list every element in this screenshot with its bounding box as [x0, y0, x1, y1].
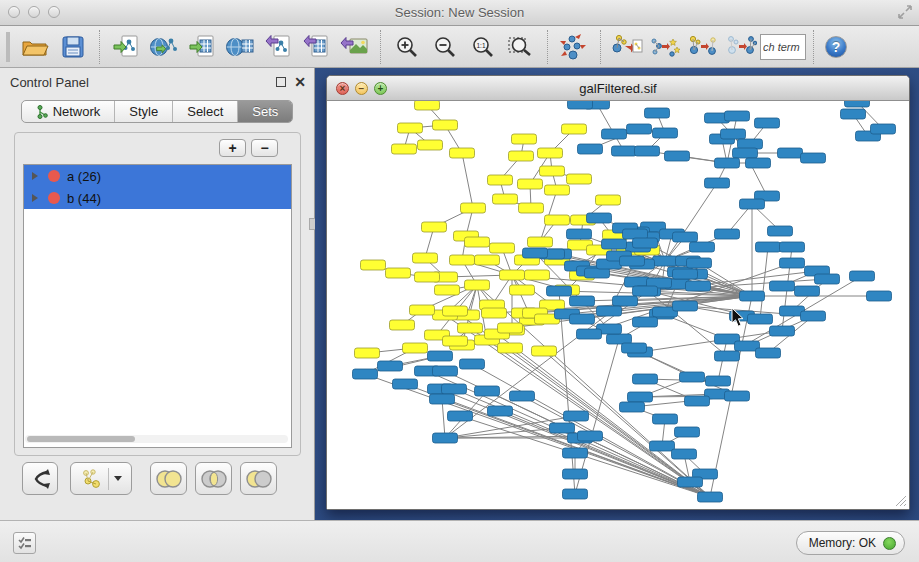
- graph-node-yellow[interactable]: [498, 343, 523, 353]
- graph-node-yellow[interactable]: [488, 175, 513, 185]
- graph-node-blue[interactable]: [430, 394, 455, 404]
- graph-node-blue[interactable]: [733, 148, 758, 158]
- graph-node-blue[interactable]: [867, 291, 892, 301]
- graph-node-blue[interactable]: [585, 268, 610, 278]
- graph-node-blue[interactable]: [690, 242, 715, 252]
- fullscreen-icon[interactable]: [897, 4, 913, 20]
- dropdown-caret-icon[interactable]: [114, 476, 122, 481]
- zoom-actual-size-button[interactable]: 1:1: [464, 29, 502, 65]
- graph-node-blue[interactable]: [523, 248, 548, 258]
- graph-node-yellow[interactable]: [498, 323, 523, 333]
- graph-node-yellow[interactable]: [545, 185, 570, 195]
- graph-node-blue[interactable]: [850, 271, 875, 281]
- export-image-button[interactable]: [335, 29, 373, 65]
- graph-node-yellow[interactable]: [386, 268, 411, 278]
- graph-node-blue[interactable]: [393, 379, 418, 389]
- graph-node-blue[interactable]: [678, 477, 703, 487]
- frame-minimize-button[interactable]: −: [355, 82, 368, 95]
- graph-node-blue[interactable]: [578, 144, 603, 154]
- create-set-from-network-button[interactable]: [70, 462, 132, 495]
- graph-node-blue[interactable]: [665, 151, 690, 161]
- apply-layout-button[interactable]: [555, 29, 593, 65]
- graph-node-blue[interactable]: [738, 139, 763, 149]
- graph-node-yellow[interactable]: [422, 222, 447, 232]
- graph-node-blue[interactable]: [653, 256, 678, 266]
- graph-node-blue[interactable]: [871, 124, 896, 134]
- graph-node-blue[interactable]: [564, 411, 589, 421]
- graph-node-blue[interactable]: [715, 351, 740, 361]
- float-panel-button[interactable]: [276, 77, 286, 87]
- graph-node-blue[interactable]: [687, 258, 712, 268]
- graph-node-blue[interactable]: [746, 158, 771, 168]
- graph-node-yellow[interactable]: [510, 285, 535, 295]
- search-input[interactable]: [760, 34, 806, 60]
- graph-node-yellow[interactable]: [518, 179, 543, 189]
- graph-node-yellow[interactable]: [562, 124, 587, 134]
- new-network-from-selection-button[interactable]: [608, 29, 646, 65]
- graph-node-blue[interactable]: [686, 281, 711, 291]
- graph-node-blue[interactable]: [673, 232, 698, 242]
- graph-node-yellow[interactable]: [596, 195, 621, 205]
- graph-node-blue[interactable]: [645, 108, 670, 118]
- graph-node-yellow[interactable]: [532, 346, 557, 356]
- resize-grip-icon[interactable]: [893, 493, 907, 507]
- graph-node-blue[interactable]: [510, 391, 535, 401]
- graph-node-blue[interactable]: [795, 286, 820, 296]
- graph-node-yellow[interactable]: [361, 260, 386, 270]
- tab-style[interactable]: Style: [115, 101, 173, 122]
- graph-node-blue[interactable]: [756, 242, 781, 252]
- graph-node-yellow[interactable]: [418, 140, 443, 150]
- graph-node-blue[interactable]: [801, 153, 826, 163]
- graph-node-yellow[interactable]: [490, 243, 515, 253]
- graph-node-blue[interactable]: [673, 269, 698, 279]
- graph-node-blue[interactable]: [460, 359, 485, 369]
- graph-node-yellow[interactable]: [355, 348, 380, 358]
- graph-node-yellow[interactable]: [433, 120, 458, 130]
- graph-node-yellow[interactable]: [500, 270, 525, 280]
- graph-node-blue[interactable]: [801, 311, 826, 321]
- graph-node-yellow[interactable]: [465, 280, 490, 290]
- graph-node-yellow[interactable]: [538, 148, 563, 158]
- show-all-button[interactable]: [722, 29, 760, 65]
- graph-node-blue[interactable]: [623, 229, 648, 239]
- graph-node-blue[interactable]: [685, 396, 710, 406]
- close-panel-button[interactable]: ✕: [294, 74, 306, 90]
- sets-horizontal-scrollbar[interactable]: [25, 435, 288, 443]
- graph-node-yellow[interactable]: [450, 148, 475, 158]
- graph-node-yellow[interactable]: [443, 336, 468, 346]
- graph-node-blue[interactable]: [627, 124, 652, 134]
- sets-list[interactable]: a (26)b (44): [23, 164, 292, 448]
- graph-node-yellow[interactable]: [458, 323, 483, 333]
- graph-node-blue[interactable]: [705, 178, 730, 188]
- frame-zoom-button[interactable]: +: [374, 82, 387, 95]
- graph-node-blue[interactable]: [756, 348, 781, 358]
- graph-node-blue[interactable]: [547, 286, 572, 296]
- graph-node-blue[interactable]: [845, 101, 870, 107]
- graph-node-blue[interactable]: [672, 449, 697, 459]
- graph-node-blue[interactable]: [635, 146, 660, 156]
- frame-close-button[interactable]: ×: [336, 82, 349, 95]
- graph-node-blue[interactable]: [563, 469, 588, 479]
- select-first-neighbors-button[interactable]: [646, 29, 684, 65]
- graph-node-blue[interactable]: [563, 489, 588, 499]
- graph-node-blue[interactable]: [698, 492, 723, 502]
- graph-node-yellow[interactable]: [512, 134, 537, 144]
- graph-node-blue[interactable]: [570, 296, 595, 306]
- graph-node-blue[interactable]: [725, 111, 750, 121]
- graph-node-yellow[interactable]: [482, 308, 507, 318]
- graph-node-blue[interactable]: [607, 334, 632, 344]
- save-session-button[interactable]: [54, 29, 92, 65]
- graph-node-blue[interactable]: [378, 361, 403, 371]
- graph-node-blue[interactable]: [650, 441, 675, 451]
- tab-select[interactable]: Select: [173, 101, 238, 122]
- import-network-file-button[interactable]: [107, 29, 145, 65]
- scrollbar-thumb[interactable]: [27, 436, 135, 442]
- graph-node-blue[interactable]: [780, 242, 805, 252]
- graph-node-blue[interactable]: [433, 433, 458, 443]
- graph-node-blue[interactable]: [740, 199, 765, 209]
- tab-network[interactable]: Network: [22, 101, 116, 122]
- graph-node-yellow[interactable]: [450, 255, 475, 265]
- expander-triangle-icon[interactable]: [32, 194, 38, 202]
- import-table-web-button[interactable]: [221, 29, 259, 65]
- graph-node-blue[interactable]: [568, 101, 593, 109]
